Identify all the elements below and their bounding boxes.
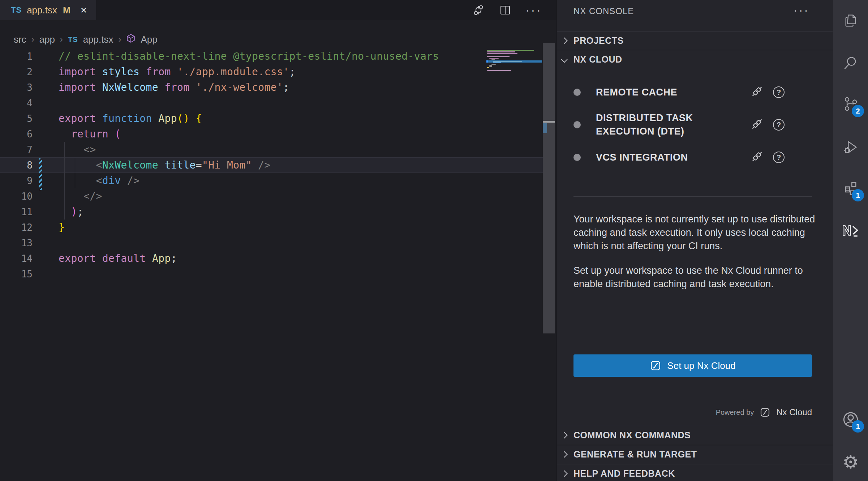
editor-pane: TS app.tsx M × ··· — [0, 0, 557, 481]
vscode-window: TS app.tsx M × ··· — [0, 0, 868, 481]
breadcrumb-src[interactable]: src — [14, 34, 26, 45]
powered-by-row: Powered by Nx Cloud — [573, 402, 812, 422]
minimap-code-row — [489, 65, 492, 67]
close-tab-icon[interactable]: × — [81, 5, 87, 16]
line-number: 13 — [0, 238, 33, 248]
code-line[interactable]: 8 <NxWelcome title="Hi Mom" /> — [0, 157, 543, 173]
source-control-badge: 2 — [852, 105, 864, 117]
code-text: </> — [33, 190, 102, 202]
split-editor-icon[interactable] — [499, 4, 512, 17]
chevron-right-icon — [561, 470, 567, 477]
breadcrumb: src › app › TS app.tsx › App — [14, 30, 158, 48]
typescript-file-icon: TS — [11, 5, 22, 15]
account-icon[interactable]: 1 — [833, 406, 868, 433]
extensions-icon[interactable]: 1 — [833, 175, 868, 202]
modified-badge: M — [63, 5, 70, 16]
code-line[interactable]: 15 — [0, 266, 543, 282]
code-line[interactable]: 10 </> — [0, 188, 543, 204]
chevron-right-icon — [561, 451, 567, 457]
code-line[interactable]: 6 return ( — [0, 126, 543, 142]
section-help-and-feedback[interactable]: HELP AND FEEDBACK — [557, 464, 833, 481]
code-line[interactable]: 4 — [0, 95, 543, 111]
breadcrumb-symbol[interactable]: App — [141, 34, 157, 45]
breadcrumb-file[interactable]: app.tsx — [83, 34, 113, 45]
minimap-code-row — [491, 59, 495, 60]
tab-app-tsx[interactable]: TS app.tsx M × — [0, 0, 96, 20]
chevron-down-icon — [561, 56, 567, 63]
editor-scrollbar[interactable] — [543, 0, 555, 481]
code-line[interactable]: 13 — [0, 235, 543, 251]
more-actions-icon[interactable]: ··· — [525, 8, 542, 13]
indent-guide — [75, 157, 75, 188]
overview-cursor-marker — [543, 121, 555, 123]
minimap[interactable] — [487, 50, 542, 79]
section-label: HELP AND FEEDBACK — [573, 468, 675, 479]
section-label: COMMON NX COMMANDS — [573, 430, 691, 440]
editor-actions: ··· — [472, 0, 542, 20]
section-label: NX CLOUD — [573, 54, 622, 65]
section-nx-cloud[interactable]: NX CLOUD — [557, 50, 833, 68]
nx-cloud-icon — [760, 407, 770, 418]
code-line[interactable]: 3import NxWelcome from './nx-welcome'; — [0, 80, 543, 95]
section-projects[interactable]: PROJECTS — [557, 31, 833, 50]
code-text: ); — [33, 206, 83, 218]
run-debug-icon[interactable] — [833, 133, 868, 161]
code-line[interactable]: 14export default App; — [0, 251, 543, 266]
minimap-code-row — [489, 58, 499, 59]
open-changes-icon[interactable] — [472, 4, 485, 17]
minimap-code-row — [493, 61, 522, 62]
setup-nx-cloud-button[interactable]: Set up Nx Cloud — [573, 354, 812, 377]
feature-remote-cache: REMOTE CACHE ? — [573, 80, 816, 104]
code-line[interactable]: 5export function App() { — [0, 111, 543, 126]
minimap-code-row — [487, 51, 515, 52]
help-icon[interactable]: ? — [773, 86, 785, 98]
code-line[interactable]: 1// eslint-disable-next-line @typescript… — [0, 48, 543, 64]
code-line[interactable]: 2import styles from './app.module.css'; — [0, 64, 543, 80]
minimap-code-row — [487, 70, 511, 71]
feature-label: DISTRIBUTED TASK EXECUTION (DTE) — [596, 111, 751, 138]
settings-gear-icon[interactable]: ⚙ — [833, 448, 868, 476]
search-icon[interactable] — [833, 49, 868, 77]
nx-console-icon[interactable] — [833, 216, 868, 244]
minimap-code-row — [487, 67, 489, 68]
code-editor[interactable]: 1// eslint-disable-next-line @typescript… — [0, 48, 543, 282]
code-text: export default App; — [33, 252, 177, 264]
panel-more-actions-icon[interactable]: ··· — [794, 4, 809, 17]
feature-vcs-integration: VCS INTEGRATION ? — [573, 145, 816, 169]
connect-icon[interactable] — [751, 118, 763, 131]
activity-bar: 2 1 — [833, 0, 868, 481]
code-line[interactable]: 7 <> — [0, 142, 543, 157]
divider — [573, 196, 812, 197]
gutter-modified-indicator — [39, 158, 42, 190]
paragraph: Set up your workspace to use the Nx Clou… — [573, 264, 816, 291]
minimap-code-row — [487, 53, 517, 54]
connect-icon[interactable] — [751, 151, 763, 164]
section-generate-run-target[interactable]: GENERATE & RUN TARGET — [557, 445, 833, 463]
line-number: 15 — [0, 269, 33, 280]
source-control-icon[interactable]: 2 — [833, 90, 868, 118]
connect-icon[interactable] — [751, 86, 763, 99]
chevron-right-icon — [561, 37, 567, 44]
explorer-icon[interactable] — [833, 7, 868, 34]
paragraph: Your workspace is not currently set up t… — [573, 213, 816, 253]
code-line[interactable]: 9 <div /> — [0, 173, 543, 188]
overview-modified-marker — [543, 123, 547, 133]
minimap-code-row — [487, 50, 534, 51]
line-number: 7 — [0, 144, 33, 155]
breadcrumb-app[interactable]: app — [39, 34, 55, 45]
workspace-status-text: Your workspace is not currently set up t… — [573, 213, 816, 302]
code-line[interactable]: 12} — [0, 220, 543, 235]
section-common-nx-commands[interactable]: COMMON NX COMMANDS — [557, 426, 833, 444]
line-number: 1 — [0, 51, 33, 62]
scrollbar-slider[interactable] — [543, 43, 555, 333]
line-number: 12 — [0, 222, 33, 233]
panel-title: NX CONSOLE — [573, 6, 634, 16]
help-icon[interactable]: ? — [773, 152, 785, 163]
code-line[interactable]: 11 ); — [0, 204, 543, 220]
nx-cloud-icon — [650, 360, 661, 371]
status-dot — [573, 154, 581, 161]
feature-label: REMOTE CACHE — [596, 86, 751, 99]
help-icon[interactable]: ? — [773, 119, 785, 131]
tab-bar: TS app.tsx M × ··· — [0, 0, 557, 20]
code-text: // eslint-disable-next-line @typescript-… — [33, 50, 439, 62]
